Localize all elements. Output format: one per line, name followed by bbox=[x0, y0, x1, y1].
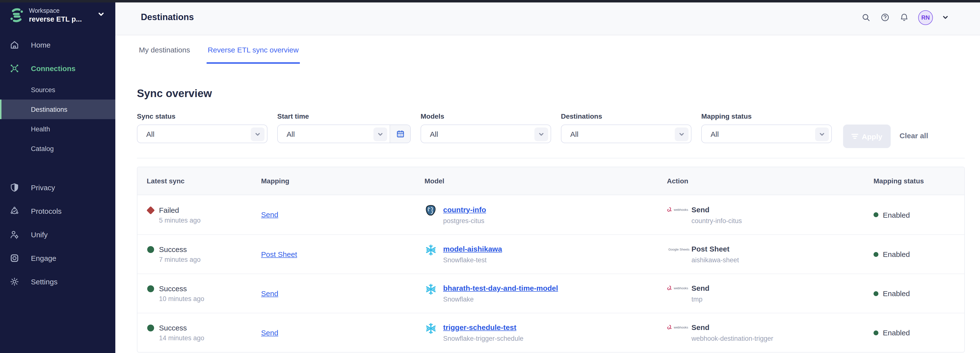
sidebar-item-settings[interactable]: Settings bbox=[0, 270, 115, 293]
help-icon[interactable] bbox=[880, 13, 890, 22]
mapping-link[interactable]: Post Sheet bbox=[261, 250, 297, 258]
filter-label: Sync status bbox=[137, 112, 267, 120]
person-gear-icon bbox=[10, 230, 19, 239]
sync-overview-table: Latest sync Mapping Model Action Mapping… bbox=[137, 167, 965, 353]
mapping-link[interactable]: Send bbox=[261, 211, 278, 218]
action-name: Send bbox=[692, 205, 742, 214]
select-value: All bbox=[430, 130, 438, 138]
sync-status-text: Failed bbox=[159, 205, 201, 214]
rudderstack-logo-icon bbox=[9, 7, 24, 23]
workspace-name: reverse ETL p... bbox=[29, 15, 95, 24]
bell-icon[interactable] bbox=[899, 13, 909, 22]
screen: Workspace reverse ETL p... Home Connecti… bbox=[0, 0, 980, 353]
account-chevron-down-icon[interactable] bbox=[942, 14, 948, 21]
select-value: All bbox=[146, 130, 154, 138]
postgresql-icon bbox=[425, 204, 437, 217]
main-area: Destinations RN My destinations Reverse bbox=[115, 0, 980, 353]
sidebar-item-engage[interactable]: Engage bbox=[0, 246, 115, 270]
section-heading: Sync overview bbox=[137, 87, 965, 100]
models-select[interactable]: All bbox=[420, 125, 551, 143]
table-row: Success 14 minutes ago Send trigger-sche… bbox=[137, 313, 964, 352]
snowflake-icon bbox=[425, 322, 437, 335]
table-row: Success 10 minutes ago Send bharath-test… bbox=[137, 274, 964, 313]
logo-label: webhooks bbox=[674, 326, 688, 329]
chevron-down-icon bbox=[675, 127, 689, 141]
model-source: Snowflake-trigger-schedule bbox=[443, 334, 523, 343]
table-row: Success 7 minutes ago Post Sheet model-a… bbox=[137, 234, 964, 274]
chevron-down-icon bbox=[251, 127, 264, 141]
sidebar-item-privacy[interactable]: Privacy bbox=[0, 176, 115, 199]
enabled-dot bbox=[873, 212, 878, 217]
apply-button[interactable]: Apply bbox=[843, 125, 891, 148]
sidebar-item-home[interactable]: Home bbox=[0, 33, 115, 56]
mapping-status-text: Enabled bbox=[883, 289, 910, 298]
workspace-switcher[interactable]: Workspace reverse ETL p... bbox=[0, 0, 115, 28]
success-status-icon bbox=[147, 325, 154, 342]
calendar-button[interactable] bbox=[390, 125, 410, 142]
select-value: All bbox=[711, 130, 719, 138]
sidebar-subitem-label: Destinations bbox=[31, 106, 67, 113]
snowflake-icon bbox=[425, 244, 437, 256]
mapping-status-select[interactable]: All bbox=[701, 125, 832, 143]
sidebar-item-catalog[interactable]: Catalog bbox=[0, 139, 115, 158]
model-link[interactable]: model-aishikawa bbox=[443, 244, 502, 253]
enabled-dot bbox=[873, 291, 878, 296]
model-link[interactable]: country-info bbox=[443, 205, 486, 214]
tab-label: Reverse ETL sync overview bbox=[208, 45, 299, 54]
sync-time: 14 minutes ago bbox=[159, 334, 204, 342]
action-destination: country-info-citus bbox=[692, 217, 742, 225]
logo-label: webhooks bbox=[674, 287, 688, 290]
sidebar-item-label: Home bbox=[31, 40, 51, 49]
workspace-eyebrow: Workspace bbox=[29, 7, 95, 15]
sidebar-item-health[interactable]: Health bbox=[0, 119, 115, 139]
model-link[interactable]: trigger-schedule-test bbox=[443, 323, 516, 332]
start-time-select[interactable]: All bbox=[277, 125, 411, 143]
sidebar-item-connections[interactable]: Connections bbox=[0, 56, 115, 80]
model-source: postgres-citus bbox=[443, 217, 486, 225]
sidebar-item-label: Connections bbox=[31, 64, 76, 72]
model-link[interactable]: bharath-test-day-and-time-model bbox=[443, 283, 558, 293]
mapping-status-text: Enabled bbox=[883, 250, 910, 258]
sidebar-item-unify[interactable]: Unify bbox=[0, 223, 115, 246]
chevron-down-icon bbox=[374, 127, 387, 141]
sidebar-item-sources[interactable]: Sources bbox=[0, 80, 115, 100]
action-destination: aishikawa-sheet bbox=[692, 256, 739, 264]
column-header: Latest sync bbox=[137, 177, 261, 185]
enabled-dot bbox=[873, 252, 878, 256]
column-header: Model bbox=[425, 177, 667, 185]
webhooks-logo: webhooks bbox=[667, 207, 689, 212]
protocols-icon bbox=[10, 206, 19, 215]
tab-label: My destinations bbox=[139, 45, 190, 54]
mapping-link[interactable]: Send bbox=[261, 328, 278, 337]
snowflake-icon bbox=[425, 283, 437, 296]
filter-icon bbox=[851, 132, 858, 141]
avatar[interactable]: RN bbox=[918, 10, 933, 25]
model-source: Snowflake-test bbox=[443, 256, 502, 264]
tab-my-destinations[interactable]: My destinations bbox=[139, 35, 190, 64]
filter-label: Models bbox=[420, 112, 551, 120]
tab-reverse-etl-sync-overview[interactable]: Reverse ETL sync overview bbox=[208, 35, 299, 64]
mapping-link[interactable]: Send bbox=[261, 289, 278, 298]
column-header: Mapping bbox=[261, 177, 425, 185]
content: Sync overview Sync status All Start time… bbox=[115, 64, 980, 353]
table-header-row: Latest sync Mapping Model Action Mapping… bbox=[137, 167, 964, 195]
sidebar-item-destinations[interactable]: Destinations bbox=[0, 100, 115, 119]
sidebar-item-protocols[interactable]: Protocols bbox=[0, 199, 115, 223]
destinations-select[interactable]: All bbox=[561, 125, 692, 143]
sidebar-subitem-label: Health bbox=[31, 125, 50, 133]
sidebar-subitem-label: Sources bbox=[31, 86, 55, 93]
chevron-down-icon bbox=[535, 127, 548, 141]
webhooks-logo: webhooks bbox=[667, 285, 689, 291]
model-source: Snowflake bbox=[443, 295, 558, 304]
search-icon[interactable] bbox=[861, 13, 870, 22]
sidebar-item-label: Privacy bbox=[31, 183, 55, 192]
chevron-down-icon bbox=[98, 11, 105, 20]
clear-all-link[interactable]: Clear all bbox=[899, 131, 928, 140]
sync-status-select[interactable]: All bbox=[137, 125, 267, 143]
sync-time: 10 minutes ago bbox=[159, 294, 204, 303]
chevron-down-icon bbox=[815, 127, 829, 141]
sync-time: 7 minutes ago bbox=[159, 255, 201, 264]
sync-status-text: Success bbox=[159, 284, 204, 293]
page-title: Destinations bbox=[141, 12, 194, 22]
sidebar-nav: Home Connections Sources Destinations He… bbox=[0, 33, 115, 293]
